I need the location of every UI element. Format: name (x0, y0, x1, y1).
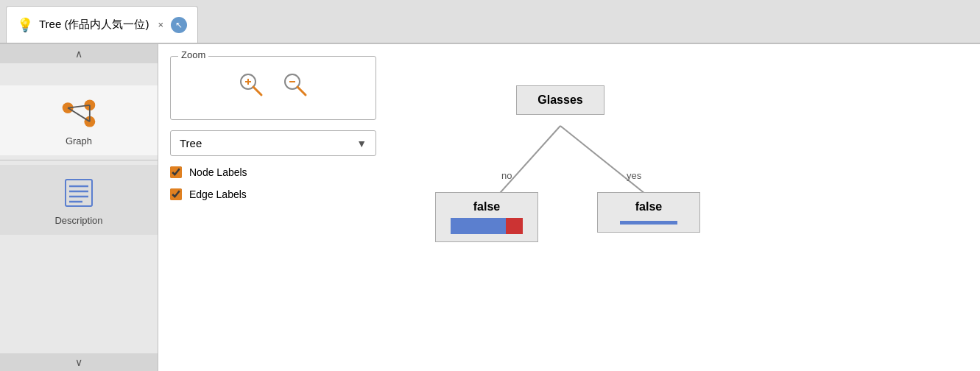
zoom-out-button[interactable] (282, 71, 309, 103)
bar-blue-right (620, 221, 677, 225)
content-area: Zoom (158, 44, 980, 371)
glasses-node-text: Glasses (537, 93, 582, 106)
graph-icon (60, 94, 98, 132)
graph-type-dropdown[interactable]: Tree ▼ (170, 130, 376, 156)
tab-title: Tree (作品内人気一位) (39, 18, 149, 32)
tab-bar: 💡 Tree (作品内人気一位) × ↖ (0, 0, 980, 44)
zoom-box: Zoom (170, 56, 376, 120)
sidebar-divider (0, 160, 158, 160)
tree-node-false-right: false (597, 192, 700, 233)
collapse-button[interactable]: ∧ (0, 44, 158, 63)
tree-container: Glasses no yes false (398, 56, 968, 359)
bulb-icon: 💡 (17, 17, 33, 33)
svg-line-19 (560, 126, 652, 199)
false-left-text: false (473, 200, 500, 213)
false-left-bar (451, 218, 523, 234)
svg-line-12 (253, 87, 261, 95)
bar-blue-left (451, 218, 506, 234)
node-labels-text: Node Labels (189, 166, 247, 178)
controls-panel: Zoom (170, 56, 376, 359)
main-tab[interactable]: 💡 Tree (作品内人気一位) × ↖ (6, 6, 198, 43)
sidebar-item-graph[interactable]: Graph (0, 85, 158, 155)
dropdown-value: Tree (180, 137, 202, 149)
node-labels-checkbox[interactable] (170, 166, 182, 178)
description-icon (60, 174, 98, 212)
tree-node-glasses: Glasses (516, 85, 604, 115)
zoom-icons (186, 66, 361, 109)
sidebar: ∧ Graph (0, 44, 158, 371)
bar-red-left (506, 218, 523, 234)
tree-node-false-left: false (435, 192, 538, 242)
description-label: Description (54, 215, 102, 226)
sidebar-item-description[interactable]: Description (0, 165, 158, 235)
left-edge-label: no (501, 170, 512, 181)
svg-line-4 (68, 108, 90, 122)
right-edge-text: yes (627, 170, 641, 181)
zoom-label: Zoom (178, 49, 208, 60)
zoom-in-button[interactable] (238, 71, 264, 103)
right-edge-label: yes (627, 170, 641, 181)
pin-arrow: ↖ (175, 20, 183, 30)
main-layout: ∧ Graph (0, 44, 980, 371)
dropdown-arrow-icon: ▼ (356, 138, 367, 149)
svg-line-18 (494, 126, 560, 199)
left-edge-text: no (501, 170, 512, 181)
viz-area: Glasses no yes false (398, 56, 968, 359)
node-labels-checkbox-item[interactable]: Node Labels (170, 166, 376, 178)
edge-labels-checkbox[interactable] (170, 188, 182, 200)
edge-labels-checkbox-item[interactable]: Edge Labels (170, 188, 376, 200)
svg-line-16 (297, 87, 306, 95)
sidebar-items: Graph Description (0, 85, 158, 235)
close-icon[interactable]: × (158, 19, 163, 30)
expand-button[interactable]: ∨ (0, 353, 158, 371)
false-right-text: false (635, 200, 662, 213)
collapse-icon: ∧ (75, 48, 82, 60)
graph-label: Graph (66, 135, 92, 146)
pin-icon[interactable]: ↖ (171, 17, 187, 33)
edge-labels-text: Edge Labels (189, 188, 247, 200)
expand-icon: ∨ (75, 356, 82, 368)
